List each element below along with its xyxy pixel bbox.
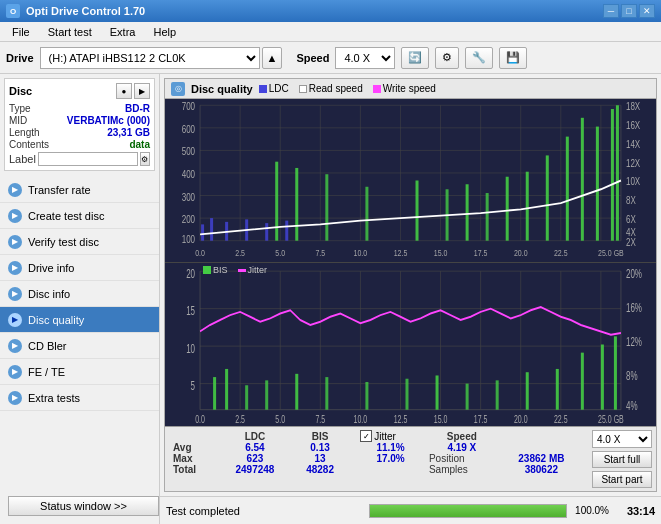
svg-rect-28 bbox=[325, 174, 328, 240]
svg-rect-95 bbox=[436, 375, 439, 409]
svg-text:20.0: 20.0 bbox=[514, 248, 528, 258]
write-speed-legend-dot bbox=[373, 85, 381, 93]
svg-rect-27 bbox=[295, 168, 298, 241]
main-content: ◎ Disc quality LDC Read speed Write spee… bbox=[160, 74, 661, 524]
position-label: Position bbox=[425, 453, 499, 464]
svg-rect-25 bbox=[285, 221, 288, 241]
svg-rect-24 bbox=[265, 223, 268, 241]
sidebar-item-fe-te[interactable]: ▶ FE / TE bbox=[0, 359, 159, 385]
svg-rect-89 bbox=[245, 385, 248, 409]
contents-label: Contents bbox=[9, 139, 49, 150]
dq-icon: ◎ bbox=[171, 82, 185, 96]
sidebar-item-disc-quality[interactable]: ▶ Disc quality bbox=[0, 307, 159, 333]
svg-rect-30 bbox=[416, 181, 419, 241]
length-value: 23,31 GB bbox=[107, 127, 150, 138]
jitter-header: Jitter bbox=[374, 431, 396, 442]
eject-button[interactable]: ▲ bbox=[262, 47, 283, 69]
sidebar-item-disc-info[interactable]: ▶ Disc info bbox=[0, 281, 159, 307]
close-button[interactable]: ✕ bbox=[639, 4, 655, 18]
disc-icon-btn-1[interactable]: ● bbox=[116, 83, 132, 99]
svg-text:2.5: 2.5 bbox=[235, 248, 245, 258]
svg-rect-34 bbox=[506, 177, 509, 241]
svg-text:0.0: 0.0 bbox=[195, 248, 205, 258]
menu-file[interactable]: File bbox=[4, 24, 38, 40]
mid-value: VERBATIMc (000) bbox=[67, 115, 150, 126]
jitter-checkbox[interactable]: ✓ bbox=[360, 430, 372, 442]
cd-bler-icon: ▶ bbox=[8, 339, 22, 353]
extra-tests-icon: ▶ bbox=[8, 391, 22, 405]
write-speed-legend-label: Write speed bbox=[383, 83, 436, 94]
sidebar-item-create-test-disc[interactable]: ▶ Create test disc bbox=[0, 203, 159, 229]
svg-rect-101 bbox=[601, 345, 604, 410]
save-button[interactable]: 💾 bbox=[499, 47, 527, 69]
length-label: Length bbox=[9, 127, 40, 138]
svg-text:10.0: 10.0 bbox=[354, 412, 368, 425]
svg-rect-35 bbox=[526, 172, 529, 241]
status-window-button[interactable]: Status window >> bbox=[8, 496, 159, 516]
settings-button[interactable]: ⚙ bbox=[435, 47, 459, 69]
svg-text:5.0: 5.0 bbox=[275, 248, 285, 258]
svg-rect-87 bbox=[213, 377, 216, 410]
type-label: Type bbox=[9, 103, 31, 114]
menu-extra[interactable]: Extra bbox=[102, 24, 144, 40]
disc-icon-btn-2[interactable]: ▶ bbox=[134, 83, 150, 99]
svg-text:12X: 12X bbox=[626, 158, 640, 169]
max-label: Max bbox=[169, 453, 218, 464]
sidebar-item-verify-test-disc[interactable]: ▶ Verify test disc bbox=[0, 229, 159, 255]
label-input[interactable] bbox=[38, 152, 138, 166]
svg-rect-93 bbox=[365, 382, 368, 410]
start-full-button[interactable]: Start full bbox=[592, 451, 652, 468]
svg-text:400: 400 bbox=[182, 169, 195, 180]
drive-info-label: Drive info bbox=[28, 262, 74, 274]
maximize-button[interactable]: □ bbox=[621, 4, 637, 18]
fe-te-label: FE / TE bbox=[28, 366, 65, 378]
svg-text:5: 5 bbox=[191, 378, 195, 392]
drive-select[interactable]: (H:) ATAPI iHBS112 2 CL0K bbox=[40, 47, 260, 69]
svg-text:7.5: 7.5 bbox=[315, 248, 325, 258]
svg-text:18X: 18X bbox=[626, 101, 640, 112]
status-text: Test completed bbox=[166, 505, 363, 517]
svg-text:200: 200 bbox=[182, 214, 195, 225]
svg-text:100: 100 bbox=[182, 234, 195, 245]
svg-text:16%: 16% bbox=[626, 300, 642, 314]
jitter-section: ✓ Jitter bbox=[360, 430, 421, 442]
label-icon-button[interactable]: ⚙ bbox=[140, 152, 150, 166]
total-bis: 48282 bbox=[292, 464, 348, 475]
max-bis: 13 bbox=[292, 453, 348, 464]
svg-text:2.5: 2.5 bbox=[235, 412, 245, 425]
svg-text:14X: 14X bbox=[626, 139, 640, 150]
svg-text:500: 500 bbox=[182, 147, 195, 158]
svg-rect-29 bbox=[365, 187, 368, 241]
svg-rect-96 bbox=[466, 384, 469, 410]
menu-help[interactable]: Help bbox=[145, 24, 184, 40]
ldc-legend-label: LDC bbox=[269, 83, 289, 94]
start-part-button[interactable]: Start part bbox=[592, 471, 652, 488]
speed-select[interactable]: 4.0 X bbox=[335, 47, 395, 69]
bis-header: BIS bbox=[292, 430, 348, 442]
transfer-rate-icon: ▶ bbox=[8, 183, 22, 197]
sidebar-item-extra-tests[interactable]: ▶ Extra tests bbox=[0, 385, 159, 411]
minimize-button[interactable]: ─ bbox=[603, 4, 619, 18]
label-label: Label bbox=[9, 153, 36, 165]
menu-start-test[interactable]: Start test bbox=[40, 24, 100, 40]
refresh-button[interactable]: 🔄 bbox=[401, 47, 429, 69]
tools-button[interactable]: 🔧 bbox=[465, 47, 493, 69]
svg-text:20.0: 20.0 bbox=[514, 412, 528, 425]
svg-rect-38 bbox=[581, 118, 584, 241]
svg-rect-33 bbox=[486, 193, 489, 241]
svg-text:4%: 4% bbox=[626, 398, 638, 412]
disc-info-icon: ▶ bbox=[8, 287, 22, 301]
svg-text:20: 20 bbox=[186, 266, 195, 280]
bis-legend: BIS Jitter bbox=[203, 265, 267, 275]
svg-rect-99 bbox=[556, 369, 559, 410]
ldc-chart: 700 600 500 400 300 200 100 18X 16X 14X … bbox=[165, 99, 656, 263]
sidebar-item-transfer-rate[interactable]: ▶ Transfer rate bbox=[0, 177, 159, 203]
progress-bar-container bbox=[369, 504, 568, 518]
speed-selector[interactable]: 4.0 X bbox=[592, 430, 652, 448]
svg-rect-41 bbox=[616, 105, 619, 240]
stats-table: LDC BIS ✓ Jitter Speed bbox=[169, 430, 584, 475]
svg-text:17.5: 17.5 bbox=[474, 412, 488, 425]
title-bar: O Opti Drive Control 1.70 ─ □ ✕ bbox=[0, 0, 661, 22]
sidebar-item-cd-bler[interactable]: ▶ CD Bler bbox=[0, 333, 159, 359]
sidebar-item-drive-info[interactable]: ▶ Drive info bbox=[0, 255, 159, 281]
